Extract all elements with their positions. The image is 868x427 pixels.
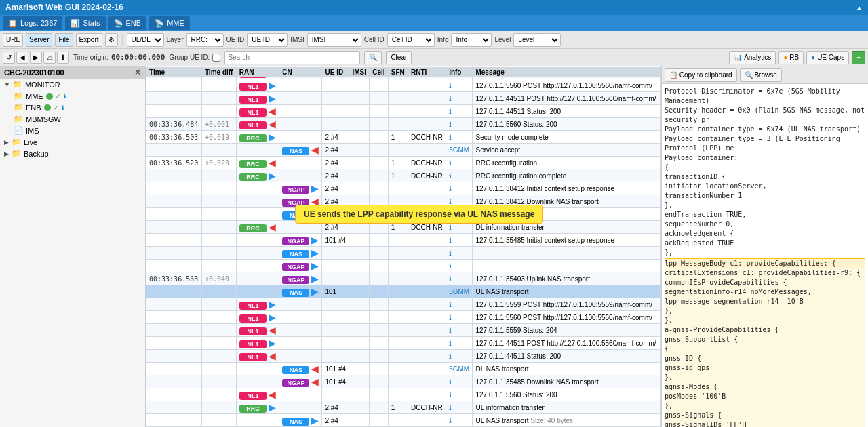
cell-time	[146, 260, 202, 272]
cell-cell	[370, 144, 389, 157]
cell-time	[146, 234, 202, 247]
tab-logs[interactable]: 📋 Logs: 2367	[3, 16, 62, 30]
ul-dl-select[interactable]: UL/DLULDL	[127, 33, 164, 47]
cell-ran	[236, 363, 279, 375]
ims-icon: 📄	[14, 126, 23, 135]
sidebar-item-ims[interactable]: 📄 IMS	[0, 125, 145, 136]
table-row[interactable]: NGAP ▶ 2 #4 ℹ 127.0.1.1:38412 Initial co…	[146, 182, 661, 195]
table-row[interactable]: NL1 ◀ ℹ 127.0.1.1:44511 Status: 200	[146, 350, 661, 363]
browse-button[interactable]: 🔍 Browse	[740, 68, 782, 82]
analytics-button[interactable]: 📊 Analytics	[729, 51, 776, 64]
sidebar-item-mme[interactable]: 📁 MME ✓ ℹ	[0, 90, 145, 102]
sidebar-item-live[interactable]: ▶ 📁 Live	[0, 136, 145, 148]
table-row[interactable]: NL1 ▶ ℹ 127.0.1.1:5559 POST http://127.0…	[146, 298, 661, 311]
export-button[interactable]: Export	[76, 33, 102, 47]
table-row[interactable]: 00:33:36.520 +0.020 RRC ◀ 2 #4 1 DCCH-NR…	[146, 157, 661, 169]
cell-cell	[370, 260, 389, 272]
info-icon: ℹ	[449, 82, 452, 89]
ue-id-select[interactable]: UE ID	[247, 33, 288, 47]
table-row[interactable]: NAS ▶ 2 #4 ℹ UL NAS transport Size: 40 b…	[146, 414, 661, 427]
cell-rnti	[408, 350, 446, 363]
cell-cn	[279, 388, 322, 401]
imsi-select[interactable]: IMSI	[307, 33, 361, 47]
table-row[interactable]: 00:33:36.484 +0.001 NL1 ◀ ℹ 127.0.1.1:55…	[146, 118, 661, 131]
sidebar-close[interactable]: ✕	[134, 68, 141, 77]
table-row[interactable]: NGAP ▶ 101 #4 ℹ 127.0.1.1:35485 Initial …	[146, 234, 661, 247]
group-ue-checkbox[interactable]	[212, 54, 220, 62]
cell-ueid	[322, 311, 349, 324]
table-row[interactable]: 00:33:36.503 +0.019 RRC ▶ 2 #4 1 DCCH-NR…	[146, 131, 661, 144]
level-select[interactable]: Level	[513, 33, 561, 47]
cell-message	[473, 247, 661, 260]
group-ue-label: Group UE ID:	[169, 54, 210, 61]
cell-cn	[279, 324, 322, 337]
table-row[interactable]: NL1 ◀ ℹ 127.0.1.1:44511 Status: 200	[146, 105, 661, 118]
add-button[interactable]: +	[852, 51, 865, 64]
cell-ran: NL1 ◀	[236, 118, 279, 131]
cell-rnti: DCCH-NR	[408, 131, 446, 144]
table-row[interactable]: 00:33:36.563 +0.040 NGAP ▶ ℹ 127.0.1.1:3…	[146, 272, 661, 285]
cell-ran: NL1 ▶	[236, 337, 279, 350]
right-toolbar: 📋 Copy to clipboard 🔍 Browse	[662, 66, 868, 84]
cell-ran	[236, 182, 279, 195]
cell-message: Security mode complete	[473, 131, 661, 144]
table-row[interactable]: NL1 ◀ ℹ 127.0.1.1:5559 Status: 204	[146, 324, 661, 337]
settings-button[interactable]: ⚙	[105, 33, 118, 47]
search-input[interactable]	[224, 51, 360, 64]
table-row[interactable]: NL1 ◀ ℹ 127.0.1.1:5560 Status: 200	[146, 388, 661, 401]
file-button[interactable]: File	[55, 33, 73, 47]
cell-cell	[370, 157, 389, 169]
nav-back[interactable]: ◀	[16, 52, 28, 64]
tooltip-box: UE sends the LPP capability response via…	[295, 205, 543, 224]
table-row[interactable]: NAS ◀ 2 #4 5GMM Service accept	[146, 144, 661, 157]
code-view[interactable]: Protocol Discriminator = 0x7e (5GS Mobil…	[662, 84, 868, 427]
cell-ueid: 2 #4	[322, 169, 349, 182]
tab-stats[interactable]: 📊 Stats	[65, 16, 105, 30]
info-select[interactable]: Info	[451, 33, 492, 47]
cell-cn: NAS ▶	[279, 414, 322, 427]
url-button[interactable]: URL	[3, 33, 23, 47]
cell-time	[146, 337, 202, 350]
table-row[interactable]: NAS ▶ 101 5GMM UL NAS transport	[146, 285, 661, 298]
log-table-container[interactable]: Time Time diff RAN CN UE ID IMSI Cell SF…	[146, 66, 661, 427]
cell-imsi	[349, 144, 370, 157]
table-row[interactable]: NGAP ▶ ℹ	[146, 260, 661, 272]
table-row[interactable]: RRC ▶ 2 #4 1 DCCH-NR ℹ UL information tr…	[146, 401, 661, 414]
sidebar-item-enb[interactable]: 📁 ENB ✓ ℹ	[0, 102, 145, 113]
copy-clipboard-button[interactable]: 📋 Copy to clipboard	[665, 68, 737, 82]
tab-enb[interactable]: 📡 ENB	[108, 16, 147, 30]
cell-message: UL information transfer	[473, 401, 661, 414]
nl1-badge: NL1	[239, 83, 267, 91]
table-row[interactable]: NL1 ▶ ℹ 127.0.1.1:44511 POST http://127.…	[146, 92, 661, 105]
ue-caps-button[interactable]: ● UE Caps	[806, 51, 849, 64]
server-button[interactable]: Server	[26, 33, 52, 47]
nav-forward[interactable]: ▶	[30, 52, 42, 64]
table-row[interactable]: NAS ◀ 101 #4 5GMM DL NAS transport	[146, 363, 661, 375]
cell-imsi	[349, 79, 370, 92]
sidebar-item-mbmsgw[interactable]: 📁 MBMSGW	[0, 113, 145, 125]
ngap-badge: NGAP	[282, 276, 309, 284]
clear-button[interactable]: Clear	[386, 51, 412, 64]
search-icon-button[interactable]: 🔍	[364, 51, 382, 64]
table-row[interactable]: RRC ▶ 2 #4 1 DCCH-NR ℹ RRC reconfigurati…	[146, 169, 661, 182]
minimize-icon[interactable]: ▲	[856, 4, 863, 12]
layer-select[interactable]: RRC:NASNGAP	[186, 33, 224, 47]
cell-id-select[interactable]: Cell ID	[387, 33, 435, 47]
table-row[interactable]: NAS ▶ ℹ	[146, 247, 661, 260]
table-row[interactable]: NGAP ◀ 101 #4 ℹ 127.0.1.1:35485 Downlink…	[146, 375, 661, 388]
rb-button[interactable]: ● RB	[778, 51, 804, 64]
table-row[interactable]: NL1 ▶ ℹ 127.0.1.1:44511 POST http://127.…	[146, 337, 661, 350]
nav-warn[interactable]: ⚠	[43, 52, 56, 64]
nav-refresh[interactable]: ↺	[3, 52, 15, 64]
code-line: gnss-SignalIDs 'FF'H	[665, 420, 865, 427]
tab-mme[interactable]: 📡 MME	[149, 16, 190, 30]
table-row[interactable]: NL1 ▶ ℹ 127.0.1.1:5560 POST http://127.0…	[146, 311, 661, 324]
sidebar-item-monitor[interactable]: ▼ 📁 MONITOR	[0, 79, 145, 90]
table-row[interactable]: NL1 ▶ ℹ 127.0.1.1:5560 POST http://127.0…	[146, 79, 661, 92]
cell-sfn	[388, 92, 408, 105]
mme-status-green	[46, 93, 53, 100]
sidebar-item-backup[interactable]: ▶ 📁 Backup	[0, 148, 145, 159]
mme-folder-icon: 📁	[14, 92, 23, 100]
nav-info[interactable]: ℹ	[57, 52, 69, 64]
arrow-right-icon: ▶	[311, 247, 319, 258]
